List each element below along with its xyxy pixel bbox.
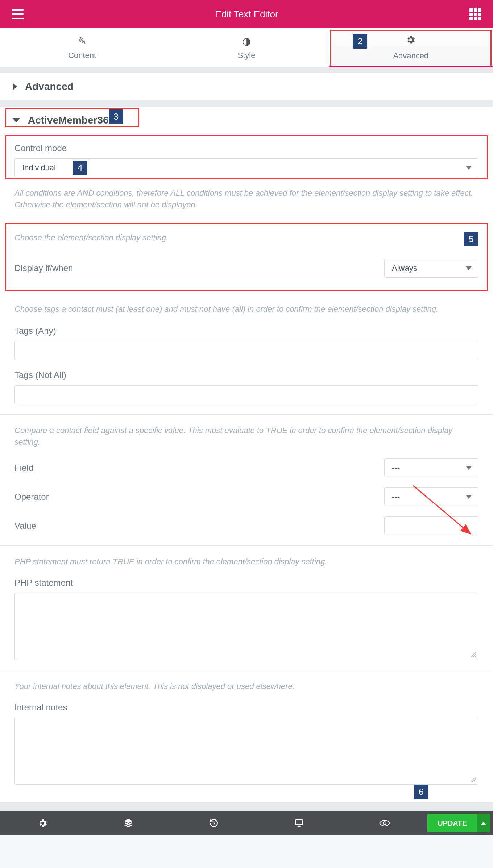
step-badge-5: 5 [464,232,478,246]
tags-any-label: Tags (Any) [14,326,478,336]
section-notes: Your internal notes about this element. … [0,670,493,792]
notes-label: Internal notes [14,702,478,713]
field-select[interactable]: --- [384,458,478,477]
chevron-down-icon [13,118,20,122]
gear-icon [406,35,416,47]
php-textarea[interactable] [14,593,478,660]
display-select[interactable]: Always [384,259,478,278]
operator-label: Operator [14,492,49,502]
section-control-mode: Control mode Individual 4 All conditions… [0,134,493,221]
caret-icon [466,495,472,499]
control-mode-value: Individual [22,163,56,173]
accordion-advanced-title: Advanced [25,81,74,92]
tags-desc: Choose tags a contact must (at least one… [14,303,478,315]
control-mode-note: All conditions are AND conditions, there… [14,187,478,211]
fieldcompare-desc: Compare a contact field against a specif… [14,425,478,448]
section-field-compare: Compare a contact field against a specif… [0,415,493,546]
value-label: Value [14,521,36,531]
chevron-right-icon [13,83,17,90]
control-mode-label: Control mode [14,143,478,153]
section-display: Choose the element/section display setti… [0,221,493,293]
separator [0,101,493,107]
value-input[interactable] [384,516,478,535]
tab-style[interactable]: ◑ Style [164,28,328,67]
tags-any-input[interactable] [14,341,478,360]
accordion-am360-title: ActiveMember360 [28,115,114,126]
history-icon[interactable] [171,818,257,828]
tab-style-label: Style [238,51,256,60]
notes-desc: Your internal notes about this element. … [14,681,478,692]
field-value: --- [392,463,400,473]
step-badge-4: 4 [73,161,87,175]
preview-pane [0,835,493,868]
contrast-icon: ◑ [242,35,251,47]
svg-point-1 [383,822,386,825]
navigator-icon[interactable] [86,818,171,828]
caret-icon [466,266,472,270]
php-label: PHP statement [14,578,478,588]
caret-icon [466,166,472,170]
panel-tabs: ✎ Content ◑ Style Advanced 2 [0,28,493,67]
field-label: Field [14,463,33,473]
preview-icon[interactable] [342,819,427,827]
notes-textarea[interactable] [14,718,478,785]
tab-advanced-label: Advanced [393,51,428,61]
display-desc: Choose the element/section display setti… [14,232,168,244]
pencil-icon: ✎ [78,35,86,47]
apps-icon[interactable] [469,8,481,20]
update-options-button[interactable] [477,814,490,832]
footer-bar: Update [0,811,493,835]
update-button[interactable]: Update [427,814,477,832]
update-label: Update [438,819,467,827]
separator [0,802,493,811]
step-badge-3: 3 [109,109,123,124]
menu-icon[interactable] [12,9,24,19]
responsive-icon[interactable] [257,819,342,827]
resize-grip-icon[interactable] [471,777,476,782]
control-mode-select[interactable]: Individual 4 [14,158,478,177]
step-badge-2: 2 [353,34,367,49]
tab-content[interactable]: ✎ Content [0,28,164,67]
operator-value: --- [392,492,400,502]
section-php: PHP statement must return TRUE in order … [0,546,493,670]
accordion-activemember360[interactable]: ActiveMember360 [0,107,493,134]
header-title: Edit Text Editor [215,9,278,20]
tab-advanced[interactable]: Advanced 2 [329,28,493,67]
tags-notall-label: Tags (Not All) [14,370,478,380]
resize-grip-icon[interactable] [471,652,476,657]
step-badge-6: 6 [414,785,428,799]
tab-content-label: Content [68,51,96,60]
tags-notall-input[interactable] [14,385,478,404]
operator-select[interactable]: --- [384,487,478,506]
display-value: Always [392,263,417,273]
display-label: Display if/when [14,263,73,273]
svg-rect-0 [295,820,303,825]
accordion-advanced[interactable]: Advanced [0,73,493,101]
caret-icon [466,466,472,470]
editor-header: Edit Text Editor [0,0,493,28]
settings-icon[interactable] [0,818,86,828]
section-tags: Choose tags a contact must (at least one… [0,293,493,415]
php-desc: PHP statement must return TRUE in order … [14,556,478,568]
caret-up-icon [481,822,486,825]
separator [0,67,493,73]
